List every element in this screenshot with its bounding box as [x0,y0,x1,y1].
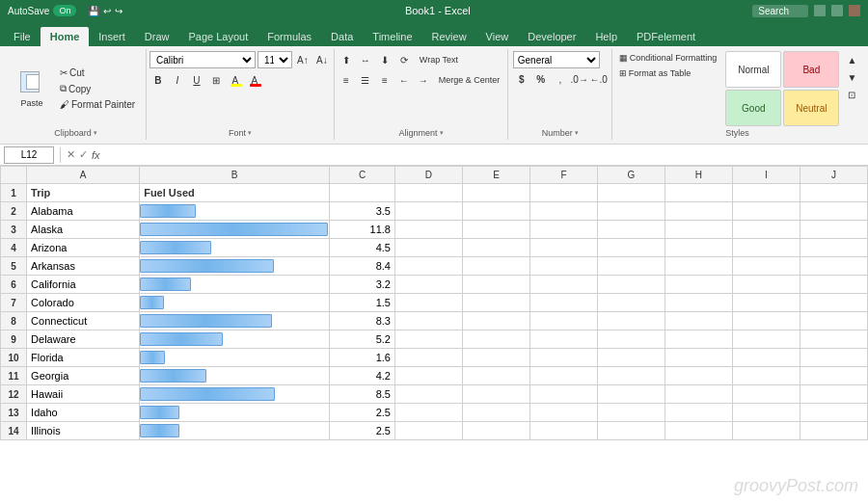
cell-c13[interactable]: 2.5 [330,404,395,422]
cell-d7[interactable] [394,294,462,312]
cell-g4[interactable] [597,239,665,257]
cell-e2[interactable] [462,202,529,221]
cell-a10[interactable]: Florida [27,349,140,367]
cell-g9[interactable] [597,330,665,349]
cell-a7[interactable]: Colorado [27,294,140,312]
cell-a1[interactable]: Trip [27,184,140,202]
cell-g10[interactable] [597,349,665,367]
cell-g13[interactable] [597,404,665,422]
copy-button[interactable]: ⧉ Copy [55,81,140,96]
cell-i7[interactable] [732,294,800,312]
cell-i1[interactable] [732,184,800,202]
cell-f10[interactable] [529,349,597,367]
increase-font-button[interactable]: A↑ [294,51,312,68]
cell-e9[interactable] [462,330,529,349]
cell-e8[interactable] [462,312,529,330]
cell-j9[interactable] [800,330,867,349]
col-header-f[interactable]: F [529,167,597,184]
cell-f3[interactable] [529,221,597,239]
cell-f6[interactable] [529,276,597,294]
cell-c12[interactable]: 8.5 [330,385,395,404]
cell-h2[interactable] [665,202,732,221]
cell-e5[interactable] [462,257,529,276]
cell-g12[interactable] [597,385,665,404]
search-box[interactable]: Search [752,5,808,17]
redo-icon[interactable]: ↪ [115,6,122,16]
cell-f12[interactable] [529,385,597,404]
cell-d6[interactable] [394,276,462,294]
cell-a4[interactable]: Arizona [27,239,140,257]
cell-c11[interactable]: 4.2 [330,367,395,385]
cell-b12[interactable] [140,385,330,404]
cell-j4[interactable] [800,239,867,257]
cell-b10[interactable] [140,349,330,367]
cell-j7[interactable] [800,294,867,312]
tab-file[interactable]: File [4,27,41,46]
cell-g2[interactable] [597,202,665,221]
cell-j14[interactable] [800,422,867,440]
cell-reference-box[interactable] [4,146,54,164]
styles-scroll-up[interactable]: ▲ [843,51,860,68]
cell-d11[interactable] [394,367,462,385]
cell-b1[interactable]: Fuel Used [140,184,330,202]
cell-a3[interactable]: Alaska [27,221,140,239]
tab-developer[interactable]: Developer [518,27,585,46]
styles-scroll-more[interactable]: ⊡ [843,86,860,103]
col-header-e[interactable]: E [462,167,529,184]
cell-g3[interactable] [597,221,665,239]
fill-color-button[interactable]: A [227,71,244,89]
cell-b9[interactable] [140,330,330,349]
cell-f5[interactable] [529,257,597,276]
cell-h3[interactable] [665,221,732,239]
cell-i11[interactable] [732,367,800,385]
cell-e11[interactable] [462,367,529,385]
cell-f11[interactable] [529,367,597,385]
styles-scroll-down[interactable]: ▼ [843,68,860,86]
cell-f4[interactable] [529,239,597,257]
align-left-button[interactable]: ≡ [338,71,355,89]
cell-j10[interactable] [800,349,867,367]
cell-g7[interactable] [597,294,665,312]
cell-e10[interactable] [462,349,529,367]
cell-f13[interactable] [529,404,597,422]
align-top-button[interactable]: ⬆ [338,51,355,68]
cell-g14[interactable] [597,422,665,440]
cell-j11[interactable] [800,367,867,385]
italic-button[interactable]: I [169,71,186,89]
col-header-a[interactable]: A [27,167,140,184]
decrease-decimal-button[interactable]: ←.0 [590,70,608,88]
cell-h5[interactable] [665,257,732,276]
cell-h12[interactable] [665,385,732,404]
cell-f14[interactable] [529,422,597,440]
cell-c5[interactable]: 8.4 [330,257,395,276]
cell-e13[interactable] [462,404,529,422]
style-good-box[interactable]: Good [725,90,781,126]
tab-pdfelement[interactable]: PDFelement [627,27,705,46]
cell-d1[interactable] [394,184,462,202]
cell-e4[interactable] [462,239,529,257]
cell-j3[interactable] [800,221,867,239]
cell-a14[interactable]: Illinois [27,422,140,440]
col-header-b[interactable]: B [140,167,330,184]
cell-e1[interactable] [462,184,529,202]
cell-h8[interactable] [665,312,732,330]
cell-h1[interactable] [665,184,732,202]
row-header-12[interactable]: 12 [1,385,27,404]
cell-b3[interactable] [140,221,330,239]
format-as-table-button[interactable]: ⊞ Format as Table [614,66,722,80]
row-header-11[interactable]: 11 [1,367,27,385]
cell-g8[interactable] [597,312,665,330]
style-normal-box[interactable]: Normal [725,51,781,88]
cell-c14[interactable]: 2.5 [330,422,395,440]
cell-a8[interactable]: Connecticut [27,312,140,330]
cell-b5[interactable] [140,257,330,276]
autosave-toggle[interactable]: On [53,5,76,16]
align-right-button[interactable]: ≡ [376,71,393,89]
tab-help[interactable]: Help [585,27,627,46]
conditional-formatting-button[interactable]: ▦ Conditional Formatting [614,51,722,65]
cell-e3[interactable] [462,221,529,239]
cell-a12[interactable]: Hawaii [27,385,140,404]
row-header-6[interactable]: 6 [1,276,27,294]
align-center-button[interactable]: ☰ [357,71,374,89]
cell-i12[interactable] [732,385,800,404]
